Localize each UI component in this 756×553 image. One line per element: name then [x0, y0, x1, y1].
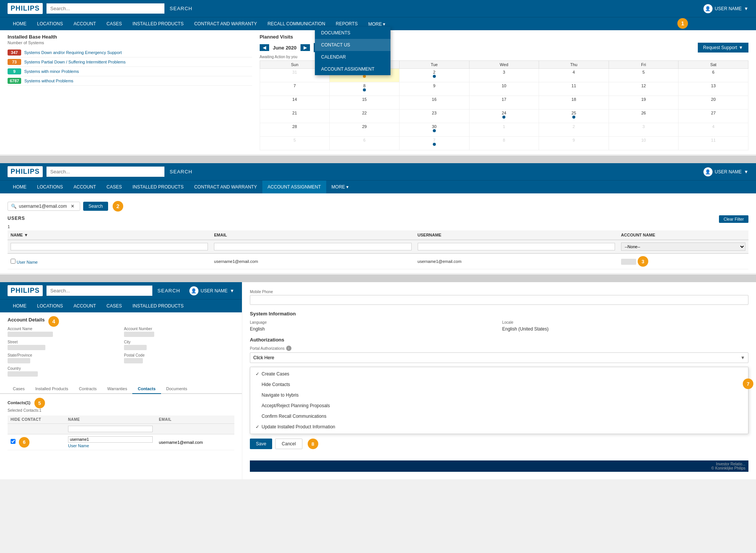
click-here-select[interactable]: Click Here ▼ [250, 352, 748, 363]
contact-name-input[interactable] [68, 436, 153, 443]
nav2-contract[interactable]: CONTRACT AND WARRANTY [189, 181, 262, 193]
cal-cell-55[interactable]: 10 [609, 137, 679, 150]
nav2-locations[interactable]: LOCATIONS [32, 181, 68, 193]
cal-cell-04[interactable]: 4 [539, 69, 609, 82]
nav3-locations[interactable]: LOCATIONS [32, 300, 68, 312]
user-area1[interactable]: 👤 USER NAME ▼ [703, 4, 748, 13]
row-name[interactable]: User Name [17, 260, 38, 264]
cal-cell-40[interactable]: 28 [260, 123, 330, 137]
cal-cell-16[interactable]: 13 [679, 82, 748, 96]
auth-item-create-cases[interactable]: ✓ Create Cases [250, 369, 748, 379]
nav-home1[interactable]: HOME [8, 17, 32, 30]
cancel-button[interactable]: Cancel [275, 439, 302, 449]
cal-cell-43[interactable]: 1 [469, 123, 539, 137]
cal-cell-33[interactable]: 24 [469, 110, 539, 123]
tab-installed-products[interactable]: Installed Products [30, 384, 73, 393]
contacts-filter-name[interactable] [68, 426, 153, 432]
cal-cell-26[interactable]: 20 [679, 96, 748, 110]
cal-cell-41[interactable]: 29 [330, 123, 400, 137]
cal-cell-31[interactable]: 22 [330, 110, 400, 123]
cal-cell-36[interactable]: 27 [679, 110, 748, 123]
dropdown-account-assignment[interactable]: ACCOUNT ASSIGNMENT [315, 63, 390, 75]
user-area3[interactable]: 👤 USER NAME ▼ [189, 286, 234, 295]
cal-cell-46[interactable]: 4 [679, 123, 748, 137]
search-input1[interactable] [46, 3, 164, 14]
tab-cases[interactable]: Cases [8, 384, 30, 393]
cal-cell-14[interactable]: 11 [539, 82, 609, 96]
filter-clear-icon[interactable]: ✕ [71, 204, 74, 209]
mobile-phone-input[interactable] [250, 295, 748, 305]
cal-cell-24[interactable]: 18 [539, 96, 609, 110]
cal-cell-11[interactable]: 8 [330, 82, 400, 96]
filter-account-select[interactable]: --None-- [621, 243, 745, 251]
filter-email-input[interactable] [214, 243, 411, 250]
auth-item-hide-contacts[interactable]: ✓ Hide Contacts [250, 379, 748, 390]
cal-prev[interactable]: ◀ [260, 44, 269, 51]
search-input2[interactable] [46, 167, 164, 177]
tab-contracts[interactable]: Contracts [74, 384, 102, 393]
nav3-home[interactable]: HOME [8, 300, 32, 312]
cal-cell-13[interactable]: 10 [469, 82, 539, 96]
cal-cell-34[interactable]: 25 [539, 110, 609, 123]
nav2-home[interactable]: HOME [8, 181, 32, 193]
tab-warranties[interactable]: Warranties [102, 384, 133, 393]
nav3-account[interactable]: ACCOUNT [68, 300, 101, 312]
cal-cell-21[interactable]: 15 [330, 96, 400, 110]
nav-installed1[interactable]: INSTALLED PRODUCTS [127, 17, 189, 30]
user-area2[interactable]: 👤 USER NAME ▼ [703, 167, 748, 176]
tab-contacts[interactable]: Contacts [132, 384, 161, 394]
cal-cell-06[interactable]: 6 [679, 69, 748, 82]
search-filter-btn[interactable]: Search [83, 202, 108, 211]
cal-cell-44[interactable]: 2 [539, 123, 609, 137]
contact-hide-checkbox[interactable] [11, 439, 15, 444]
cal-cell-22[interactable]: 16 [399, 96, 469, 110]
auth-item-update-installed[interactable]: ✓ Update Installed Product Information [250, 422, 748, 432]
dropdown-contact-us[interactable]: CONTACT US [315, 39, 390, 51]
nav-contract1[interactable]: CONTRACT AND WARRANTY [189, 17, 262, 30]
cal-cell-02[interactable]: 2 [399, 69, 469, 82]
nav2-account-assignment[interactable]: ACCOUNT ASSIGNMENT [262, 181, 326, 193]
auth-item-accept-reject[interactable]: ✓ Accept/Reject Planning Proposals [250, 400, 748, 411]
search-button3[interactable]: SEARCH [152, 286, 186, 296]
cal-cell-23[interactable]: 17 [469, 96, 539, 110]
dropdown-calendar[interactable]: CALENDAR [315, 51, 390, 63]
cal-next[interactable]: ▶ [301, 44, 310, 51]
cal-cell-54[interactable]: 9 [539, 137, 609, 150]
nav3-installed[interactable]: INSTALLED PRODUCTS [127, 300, 189, 312]
nav2-more[interactable]: MORE ▾ [326, 181, 354, 193]
auth-item-navigate-hybris[interactable]: ✓ Navigate to Hybris [250, 390, 748, 400]
stat-label-1[interactable]: Systems Partial Down / Suffering Intermi… [24, 60, 125, 64]
search-button2[interactable]: SEARCH [164, 167, 198, 177]
cal-cell-53[interactable]: 8 [469, 137, 539, 150]
clear-filter-btn[interactable]: Clear Filter [719, 215, 748, 223]
filter-username-input[interactable] [418, 243, 615, 250]
nav-locations1[interactable]: LOCATIONS [32, 17, 68, 30]
request-support-btn[interactable]: Request Support ▼ [698, 43, 748, 53]
filter-name-input[interactable] [11, 243, 208, 250]
cal-cell-32[interactable]: 23 [399, 110, 469, 123]
cal-cell-52[interactable]: 7 [399, 137, 469, 150]
cal-cell-05[interactable]: 5 [609, 69, 679, 82]
cal-cell-20[interactable]: 14 [260, 96, 330, 110]
stat-label-3[interactable]: Systems without Problems [24, 79, 73, 83]
cal-cell-03[interactable]: 3 [469, 69, 539, 82]
stat-label-0[interactable]: Systems Down and/or Requiring Emergency … [24, 50, 122, 55]
stat-label-2[interactable]: Systems with minor Problems [24, 69, 79, 74]
cal-cell-50[interactable]: 5 [260, 137, 330, 150]
tab-documents[interactable]: Documents [161, 384, 193, 393]
save-button[interactable]: Save [250, 439, 272, 449]
contact-name-link[interactable]: User Name [68, 443, 153, 448]
cal-cell-42[interactable]: 30 [399, 123, 469, 137]
cal-cell-51[interactable]: 6 [330, 137, 400, 150]
nav2-account[interactable]: ACCOUNT [68, 181, 101, 193]
nav-more1[interactable]: MORE ▾ DOCUMENTS CONTACT US CALENDAR ACC… [363, 21, 390, 27]
nav3-cases[interactable]: CASES [101, 300, 127, 312]
cal-cell-25[interactable]: 19 [609, 96, 679, 110]
nav2-installed[interactable]: INSTALLED PRODUCTS [127, 181, 189, 193]
search-button1[interactable]: SEARCH [164, 3, 198, 14]
nav2-cases[interactable]: CASES [101, 181, 127, 193]
nav-account1[interactable]: ACCOUNT [68, 17, 101, 30]
cal-cell-35[interactable]: 26 [609, 110, 679, 123]
dropdown-documents[interactable]: DOCUMENTS [315, 27, 390, 39]
cal-cell-12[interactable]: 9 [399, 82, 469, 96]
